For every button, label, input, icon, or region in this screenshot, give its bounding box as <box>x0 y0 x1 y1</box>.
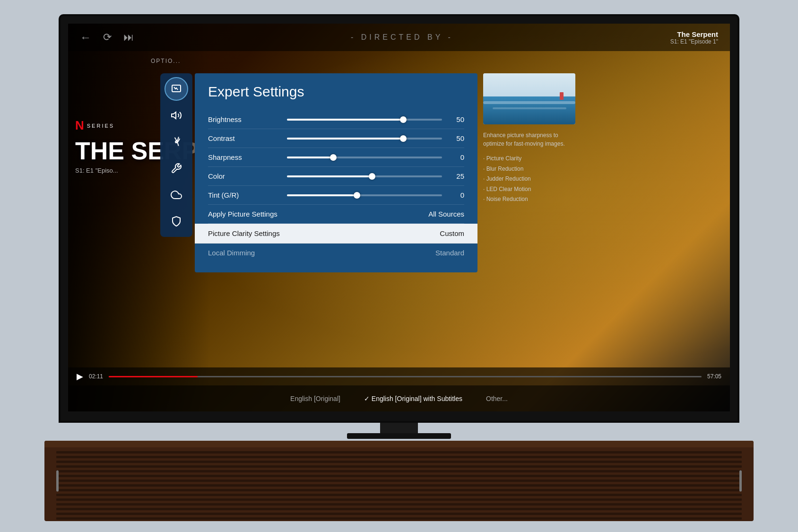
episode-info: S1: E1 "Episode 1" <box>670 38 718 45</box>
setting-row-color[interactable]: Color 25 <box>208 167 464 186</box>
setting-row-sharpness[interactable]: Sharpness 0 <box>208 148 464 167</box>
subtitle-option-1[interactable]: English [Original] <box>290 395 340 402</box>
sharpness-slider[interactable] <box>287 157 442 158</box>
tv-stand-neck <box>380 423 418 433</box>
contrast-value: 50 <box>448 134 464 142</box>
setting-row-brightness[interactable]: Brightness 50 <box>208 110 464 129</box>
console-handle-left[interactable] <box>56 471 59 492</box>
setting-row-clarity[interactable]: Picture Clarity Settings Custom <box>195 224 477 244</box>
sidebar-icon-shield[interactable] <box>165 209 188 233</box>
contrast-slider[interactable] <box>287 138 442 140</box>
subtitle-option-2[interactable]: ✓ English [Original] with Subtitles <box>364 395 462 402</box>
clarity-label: Picture Clarity Settings <box>208 229 281 237</box>
play-button[interactable]: ▶ <box>77 371 83 382</box>
panel-title: Expert Settings <box>208 84 464 100</box>
tv-stand-base <box>347 433 451 439</box>
sidebar-icon-picture[interactable] <box>165 77 188 101</box>
settings-sidebar <box>160 73 192 237</box>
netflix-n: N <box>75 118 84 133</box>
options-label: OPTIO... <box>151 58 181 64</box>
cloud-icon <box>171 189 182 201</box>
color-value: 25 <box>448 172 464 180</box>
skip-icon[interactable]: ⏭ <box>123 31 134 44</box>
tint-value: 0 <box>448 191 464 199</box>
show-info: The Serpent S1: E1 "Episode 1" <box>670 30 718 45</box>
info-description: Enhance picture sharpness to optimize fo… <box>483 131 575 148</box>
replay-icon[interactable]: ⟳ <box>103 31 112 44</box>
progress-fill <box>109 376 198 377</box>
tools-icon <box>171 163 182 174</box>
info-panel: Enhance picture sharpness to optimize fo… <box>483 73 575 205</box>
apply-label: Apply Picture Settings <box>208 210 281 218</box>
contrast-label: Contrast <box>208 134 281 142</box>
setting-row-dimming[interactable]: Local Dimming Standard <box>208 244 464 262</box>
center-text: - DIRECTED BY - <box>146 33 659 42</box>
tv-outer: ← ⟳ ⏭ - DIRECTED BY - The Serpent S1: E1… <box>59 14 739 423</box>
brightness-value: 50 <box>448 115 464 123</box>
apply-value: All Sources <box>428 210 464 218</box>
brightness-label: Brightness <box>208 115 281 123</box>
svg-marker-1 <box>172 112 176 119</box>
tint-slider[interactable] <box>287 194 442 196</box>
tv-bottom-bezel <box>61 411 737 421</box>
feature-picture-clarity: · Picture Clarity <box>483 154 575 164</box>
room-background: ← ⟳ ⏭ - DIRECTED BY - The Serpent S1: E1… <box>0 0 798 532</box>
sidebar-icon-sound[interactable] <box>165 104 188 127</box>
sharpness-value: 0 <box>448 153 464 161</box>
setting-row-tint[interactable]: Tint (G/R) 0 <box>208 186 464 205</box>
dimming-value: Standard <box>435 249 464 257</box>
feature-noise-reduction: · Noise Reduction <box>483 194 575 205</box>
back-icon[interactable]: ← <box>80 31 91 44</box>
feature-judder-reduction: · Judder Reduction <box>483 174 575 184</box>
brightness-slider[interactable] <box>287 119 442 121</box>
picture-icon <box>171 83 182 95</box>
sidebar-icon-broadcast[interactable] <box>165 130 188 154</box>
subtitle-option-other[interactable]: Other... <box>486 395 508 402</box>
total-time: 57:05 <box>707 373 721 380</box>
dimming-label: Local Dimming <box>208 249 281 257</box>
setting-row-apply[interactable]: Apply Picture Settings All Sources <box>208 205 464 224</box>
feature-list: · Picture Clarity · Blur Reduction · Jud… <box>483 154 575 205</box>
shield-icon <box>171 216 182 227</box>
bottom-bar: English [Original] ✓ English [Original] … <box>68 385 730 411</box>
show-name: The Serpent <box>670 30 718 38</box>
preview-image <box>483 73 575 124</box>
tint-label: Tint (G/R) <box>208 191 281 199</box>
color-label: Color <box>208 172 281 180</box>
setting-row-contrast[interactable]: Contrast 50 <box>208 129 464 148</box>
feature-blur-reduction: · Blur Reduction <box>483 164 575 174</box>
color-slider[interactable] <box>287 175 442 177</box>
sidebar-icon-tools[interactable] <box>165 157 188 180</box>
sound-icon <box>171 110 182 121</box>
feature-led-clear: · LED Clear Motion <box>483 184 575 195</box>
clarity-value: Custom <box>440 229 464 237</box>
progress-area: ▶ 02:11 57:05 <box>68 367 730 385</box>
console-slats <box>44 447 754 521</box>
tv-console <box>44 441 754 521</box>
console-handle-right[interactable] <box>739 471 742 492</box>
sidebar-icon-cloud[interactable] <box>165 183 188 207</box>
broadcast-icon <box>171 136 182 148</box>
tv-screen: ← ⟳ ⏭ - DIRECTED BY - The Serpent S1: E1… <box>68 24 730 411</box>
sharpness-label: Sharpness <box>208 153 281 161</box>
expert-settings-panel: Expert Settings Brightness 50 Contrast <box>195 73 477 272</box>
top-bar: ← ⟳ ⏭ - DIRECTED BY - The Serpent S1: E1… <box>68 24 730 51</box>
series-label: SERIES <box>87 123 114 129</box>
console-top <box>44 441 754 447</box>
current-time: 02:11 <box>89 373 103 380</box>
progress-bar[interactable] <box>109 376 702 377</box>
